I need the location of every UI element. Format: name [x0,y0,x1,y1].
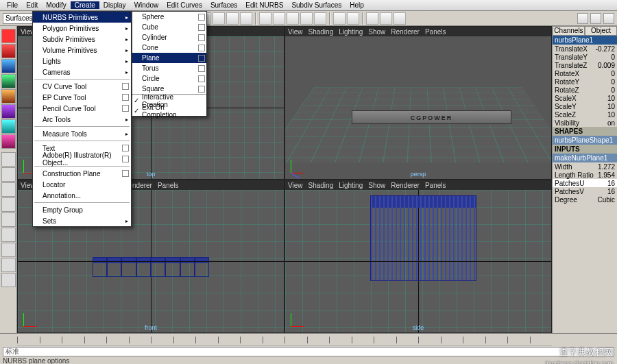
attr-value[interactable]: 16 [607,180,615,187]
menu-item[interactable]: Annotation... [33,190,131,201]
soft-mod-tool-icon[interactable] [1,119,16,134]
channel-attr-row[interactable]: RotateZ0 [553,86,617,94]
viewport-menu[interactable]: View Shading Lighting Show Renderer Pane… [285,27,551,36]
submenu-item[interactable]: Cube [132,22,206,32]
attr-value[interactable]: 10 [607,103,615,110]
menu-item[interactable]: Lights [33,56,131,66]
channel-attr-row[interactable]: PatchesU16 [553,179,617,187]
submenu-item[interactable]: Cone [132,43,206,53]
vp-menu-item[interactable]: Shading [308,182,334,189]
viewport-menu[interactable]: View Shading Lighting Show Renderer Pane… [285,180,551,190]
attr-value[interactable]: 1.954 [598,171,615,179]
channel-attr-row[interactable]: ScaleZ10 [553,110,617,119]
vp-menu-item[interactable]: Lighting [339,182,363,189]
attr-value[interactable]: 10 [607,111,615,119]
attr-value[interactable]: 0 [611,53,615,61]
menu-item[interactable]: Arc Tools [33,114,131,125]
move-tool-icon[interactable] [1,59,16,73]
menu-window[interactable]: Window [130,1,163,9]
scene-text-object[interactable]: CGPOWER [352,110,511,124]
attr-value[interactable]: 1.272 [598,163,615,171]
attr-value[interactable]: on [607,119,615,127]
snap-icon[interactable] [300,12,313,25]
submenu-item[interactable]: Sphere [132,12,206,22]
attr-value[interactable]: 16 [607,188,615,195]
menu-item[interactable]: Empty Group [33,204,131,215]
menu-item[interactable]: Pencil Curve Tool [33,103,131,114]
menu-item[interactable]: NURBS Primitives [33,12,131,23]
vp-menu-item[interactable]: Panels [158,182,179,189]
menu-item[interactable]: Locator [33,179,131,190]
option-box-icon[interactable] [122,83,129,90]
channel-attr-row[interactable]: Length Ratio1.954 [553,171,617,179]
layout-glyph-icon[interactable] [590,13,601,24]
attr-value[interactable]: 0 [611,78,615,86]
input-node-name[interactable]: makeNurbPlane1 [553,154,617,162]
menu-item[interactable]: Cameras [33,66,131,77]
menu-edit-curves[interactable]: Edit Curves [162,1,206,9]
channel-attr-row[interactable]: TranslateY0 [553,53,617,61]
render-icon[interactable] [366,12,378,25]
vp-menu-item[interactable]: Panels [425,28,446,36]
snap-icon[interactable] [273,12,285,25]
menu-item[interactable]: EP Curve Tool [33,92,131,103]
option-box-icon[interactable] [122,156,129,162]
time-slider[interactable] [17,334,552,346]
channel-attr-row[interactable]: DegreeCubic [553,195,617,204]
option-box-icon[interactable] [122,170,129,177]
channel-attr-row[interactable]: Width1.272 [553,162,617,171]
attr-value[interactable]: -0.272 [596,45,615,53]
vp-menu-item[interactable]: Show [368,28,385,36]
viewport-canvas[interactable] [285,87,552,162]
menu-item[interactable]: Construction Plane [33,168,131,179]
option-box-icon[interactable] [198,86,205,93]
menu-modify[interactable]: Modify [42,1,70,9]
select-mask-icon[interactable] [213,12,225,25]
option-box-icon[interactable] [122,94,129,101]
channel-tabs[interactable]: Channels Object [553,26,617,36]
select-mask-icon[interactable] [240,12,252,25]
layout-icon[interactable] [1,258,16,272]
two-stack-icon[interactable] [1,197,16,212]
vp-menu-item[interactable]: View [288,182,303,189]
layout-icon[interactable] [1,273,16,287]
channel-attr-row[interactable]: ScaleY10 [553,102,617,110]
last-tool-icon[interactable] [1,134,16,149]
menu-display[interactable]: Display [99,1,130,9]
command-line[interactable]: 标准 [3,347,614,356]
vp-menu-item[interactable]: Renderer [391,28,420,36]
submenu-item[interactable]: Torus [132,63,206,73]
vp-menu-item[interactable]: Shading [308,28,334,36]
channel-attr-row[interactable]: Visibilityon [553,119,617,127]
ipr-icon[interactable] [380,12,392,25]
menu-file[interactable]: File [3,1,22,9]
layout-glyph-icon[interactable] [577,13,588,24]
three-left-icon[interactable] [1,228,16,242]
snap-icon[interactable] [287,12,299,25]
snap-icon[interactable] [314,12,326,25]
attr-value[interactable]: Cubic [597,196,615,204]
menu-item[interactable]: Measure Tools [33,128,131,139]
option-box-icon[interactable] [198,45,205,51]
option-box-icon[interactable] [122,145,129,151]
lasso-tool-icon[interactable] [1,44,16,58]
select-tool-icon[interactable] [1,29,16,43]
channel-attr-row[interactable]: RotateX0 [553,69,617,77]
layout-glyph-icon[interactable] [603,13,614,24]
channel-attr-row[interactable]: RotateY0 [553,77,617,86]
menu-surfaces[interactable]: Surfaces [206,1,241,9]
option-box-icon[interactable] [198,55,205,62]
attr-value[interactable]: 0 [611,86,615,94]
menu-item[interactable]: Polygon Primitives [33,23,131,34]
option-box-icon[interactable] [198,65,205,72]
history-icon[interactable] [333,12,346,25]
four-pane-icon[interactable] [1,167,16,182]
submenu-item[interactable]: Exit On Completion✓ [132,106,206,116]
attr-value[interactable]: 0.009 [598,62,615,69]
vp-menu-item[interactable]: Panels [425,182,446,189]
menu-item[interactable]: CV Curve Tool [33,81,131,92]
vp-menu-item[interactable]: Show [368,182,385,189]
submenu-item[interactable]: Cylinder [132,32,206,43]
tab-channels[interactable]: Channels [553,26,585,36]
channel-attr-row[interactable]: PatchesV16 [553,187,617,195]
